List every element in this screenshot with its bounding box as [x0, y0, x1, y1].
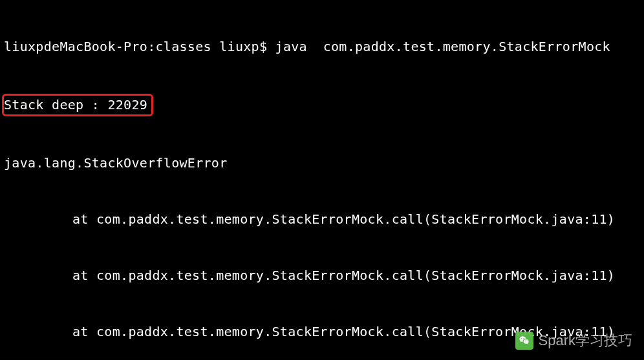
stack-deep-label: Stack deep :: [4, 97, 107, 112]
stack-deep-line: Stack deep : 22029: [0, 94, 644, 116]
stack-trace-line: at com.paddx.test.memory.StackErrorMock.…: [0, 210, 644, 229]
stack-trace-line: at com.paddx.test.memory.StackErrorMock.…: [0, 323, 644, 341]
prompt-line: liuxpdeMacBook-Pro:classes liuxp$ java c…: [0, 37, 644, 56]
stack-trace-line: at com.paddx.test.memory.StackErrorMock.…: [0, 266, 644, 285]
stack-deep-value: 22029: [107, 97, 147, 112]
terminal-run-1: liuxpdeMacBook-Pro:classes liuxp$ java c…: [0, 0, 644, 360]
error-class-line: java.lang.StackOverflowError: [0, 154, 644, 173]
highlight-box: Stack deep : 22029: [2, 94, 153, 116]
